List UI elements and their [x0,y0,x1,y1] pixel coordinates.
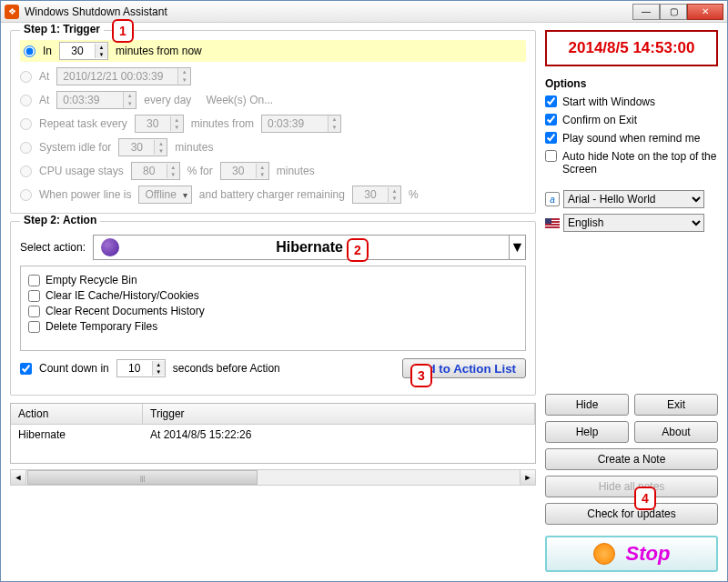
trigger-repeat-spinner[interactable]: 30▲▼ [135,115,184,133]
hide-button[interactable]: Hide [545,394,629,416]
action-list-table: Action Trigger Hibernate At 2014/8/5 15:… [10,403,536,464]
trigger-power-radio[interactable] [20,189,32,201]
trigger-in-radio[interactable] [24,45,35,57]
trigger-idle-label: System idle for [39,141,111,154]
trigger-in-spinner[interactable]: 30▲▼ [59,42,108,60]
app-icon: ❖ [5,5,19,19]
scroll-thumb[interactable]: ||| [27,470,258,485]
action-select[interactable]: Hibernate ▼ [93,235,526,260]
trigger-power-pct[interactable]: 30▲▼ [352,186,401,204]
stop-icon [593,543,615,565]
font-select[interactable]: Arial - Hello World [563,190,704,208]
trigger-cpu-for: % for [187,165,213,177]
th-trigger[interactable]: Trigger [143,404,535,424]
trigger-power-state[interactable]: Offline [138,186,191,204]
stop-button[interactable]: Stop [545,536,718,572]
trigger-at-time-input[interactable]: 0:03:39▲▼ [56,91,136,109]
action-check-area: Empty Recycle Bin Clear IE Cache/History… [20,266,526,351]
trigger-power-label: When power line is [39,188,131,201]
opt-auto-hide-note[interactable]: Auto hide Note on the top of the Screen [545,150,718,176]
countdown-checkbox[interactable] [20,363,32,375]
opt-start-windows[interactable]: Start with Windows [545,95,718,108]
trigger-in-post: minutes from now [116,45,202,57]
titlebar[interactable]: ❖ Windows Shutdown Assistant — ▢ ✕ [1,1,727,23]
trigger-cpu-row[interactable]: CPU usage stays 80▲▼ % for 30▲▼ minutes [20,162,526,180]
countdown-spinner[interactable]: 10▲▼ [116,359,166,377]
window-title: Windows Shutdown Assistant [25,5,167,18]
check-clear-recent[interactable]: Clear Recent Documents History [28,305,518,317]
action-select-value: Hibernate [276,239,343,256]
trigger-repeat-row[interactable]: Repeat task every 30▲▼ minutes from 0:03… [20,115,526,133]
cell-trigger: At 2014/8/5 15:22:26 [143,425,535,445]
step2-group: Step 2: Action Select action: Hibernate … [10,221,536,396]
countdown-post: seconds before Action [173,362,280,375]
app-window: ❖ Windows Shutdown Assistant — ▢ ✕ 1 2 3… [0,0,728,582]
trigger-cpu-radio[interactable] [20,166,32,177]
check-clear-ie[interactable]: Clear IE Cache/History/Cookies [28,289,518,302]
options-header: Options [545,77,718,90]
trigger-at-date-row[interactable]: At 2010/12/21 00:03:39▲▼ [20,67,526,85]
trigger-cpu-pct[interactable]: 80▲▼ [131,162,180,180]
scroll-right-icon[interactable]: ► [520,470,535,485]
trigger-at-time-post: every day [144,94,191,106]
trigger-at-time-label: At [39,94,49,106]
th-action[interactable]: Action [11,404,143,424]
trigger-power-post: % [409,188,419,201]
font-icon: a [545,192,560,206]
trigger-at-date-label: At [39,70,49,83]
opt-play-sound[interactable]: Play sound when remind me [545,132,718,145]
step2-legend: Step 2: Action [20,214,100,226]
opt-confirm-exit[interactable]: Confirm on Exit [545,114,718,126]
trigger-idle-radio[interactable] [20,142,32,154]
create-note-button[interactable]: Create a Note [545,448,718,470]
check-delete-temp[interactable]: Delete Temporary Files [28,320,518,333]
clock-display: 2014/8/5 14:53:00 [545,30,718,66]
trigger-idle-post: minutes [175,141,213,154]
minimize-button[interactable]: — [632,4,660,20]
countdown-label: Count down in [39,362,109,375]
table-row[interactable]: Hibernate At 2014/8/5 15:22:26 [11,425,535,445]
trigger-idle-spinner[interactable]: 30▲▼ [118,138,167,156]
trigger-in-pre: In [43,45,52,57]
check-updates-button[interactable]: Check for updates [545,503,718,525]
exit-button[interactable]: Exit [634,394,718,416]
trigger-at-date-input[interactable]: 2010/12/21 00:03:39▲▼ [56,67,191,85]
trigger-at-date-radio[interactable] [20,71,32,83]
hide-all-notes-button[interactable]: Hide all notes [545,476,718,497]
horizontal-scrollbar[interactable]: ◄ ||| ► [10,469,536,486]
cell-action: Hibernate [11,425,143,445]
help-button[interactable]: Help [545,421,629,443]
maximize-button[interactable]: ▢ [660,4,687,20]
about-button[interactable]: About [634,421,718,443]
chevron-down-icon[interactable]: ▼ [509,236,525,259]
check-empty-recycle[interactable]: Empty Recycle Bin [28,274,518,286]
language-select[interactable]: English [563,214,704,232]
flag-us-icon [545,218,560,228]
trigger-at-time-radio[interactable] [20,95,32,106]
trigger-repeat-from[interactable]: 0:03:39▲▼ [261,115,341,133]
trigger-cpu-post: minutes [277,165,315,177]
trigger-weeks-link[interactable]: Week(s) On... [206,94,273,106]
hibernate-icon [101,238,119,256]
scroll-left-icon[interactable]: ◄ [11,470,26,485]
select-action-label: Select action: [20,241,86,254]
trigger-cpu-mins[interactable]: 30▲▼ [220,162,269,180]
trigger-cpu-label: CPU usage stays [39,165,124,177]
trigger-at-time-row[interactable]: At 0:03:39▲▼ every day Week(s) On... [20,91,526,109]
step1-legend: Step 1: Trigger [20,23,104,35]
trigger-in-row[interactable]: In 30▲▼ minutes from now [20,40,526,62]
step1-group: Step 1: Trigger In 30▲▼ minutes from now… [10,30,536,214]
trigger-repeat-mid: minutes from [191,117,254,130]
trigger-repeat-radio[interactable] [20,118,32,130]
stop-label: Stop [626,542,671,566]
trigger-idle-row[interactable]: System idle for 30▲▼ minutes [20,138,526,156]
add-to-list-button[interactable]: Add to Action List [402,358,526,378]
trigger-power-row[interactable]: When power line is Offline and battery c… [20,186,526,204]
close-button[interactable]: ✕ [687,4,723,20]
trigger-repeat-label: Repeat task every [39,117,127,130]
options-group: Options Start with Windows Confirm on Ex… [545,77,718,181]
trigger-power-mid: and battery charger remaining [199,188,345,201]
